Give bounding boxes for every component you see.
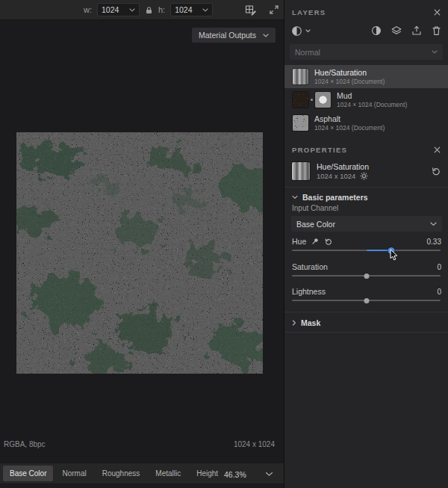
texture-size-status: 1024 x 1024 bbox=[234, 440, 275, 448]
saturation-label: Saturation bbox=[292, 262, 328, 271]
reset-hue-icon[interactable] bbox=[324, 238, 332, 246]
lock-icon[interactable] bbox=[145, 6, 153, 14]
slider-handle[interactable] bbox=[364, 298, 369, 303]
export-icon[interactable] bbox=[411, 25, 422, 36]
material-thumbnail bbox=[293, 92, 308, 108]
input-channel-value: Base Color bbox=[296, 220, 335, 229]
tab-metallic[interactable]: Metallic bbox=[149, 466, 187, 481]
tab-height[interactable]: Height bbox=[190, 466, 225, 481]
mask-circle-icon[interactable] bbox=[371, 25, 382, 36]
viewport-area: w: 1024 h: 1024 bbox=[0, 0, 284, 488]
layers-stack-icon[interactable] bbox=[391, 25, 402, 36]
layer-meta: 1024 × 1024 (Document) bbox=[314, 124, 385, 132]
zoom-value: 46.3% bbox=[224, 470, 246, 479]
properties-layer-summary: Hue/Saturation 1024 x 1024 bbox=[284, 160, 448, 182]
blend-mode-dropdown[interactable]: Normal bbox=[290, 44, 443, 60]
app-window: w: 1024 h: 1024 bbox=[0, 0, 448, 488]
chevron-down-icon bbox=[305, 29, 311, 33]
chevron-down-icon bbox=[432, 50, 438, 54]
tab-base-color[interactable]: Base Color bbox=[3, 466, 53, 481]
mouse-cursor bbox=[390, 249, 398, 261]
gear-icon[interactable] bbox=[360, 172, 368, 180]
fit-view-icon[interactable] bbox=[269, 4, 279, 15]
basic-parameters-section[interactable]: Basic parameters bbox=[284, 191, 448, 204]
chevron-down-icon bbox=[430, 222, 437, 226]
transform-icon[interactable] bbox=[245, 4, 257, 16]
chevron-down-icon bbox=[263, 34, 269, 37]
mask-thumbnail bbox=[315, 92, 331, 108]
hue-label: Hue bbox=[292, 237, 306, 246]
adjustment-thumbnail bbox=[293, 69, 308, 84]
close-icon[interactable] bbox=[434, 146, 441, 153]
layer-row-hue-saturation[interactable]: Hue/Saturation 1024 × 1024 (Document) bbox=[284, 65, 448, 88]
layer-row-asphalt[interactable]: Asphalt 1024 × 1024 (Document) bbox=[284, 111, 448, 135]
mask-section[interactable]: Mask bbox=[284, 316, 448, 330]
layer-meta: 1024 × 1024 (Document) bbox=[314, 78, 385, 85]
tab-normal[interactable]: Normal bbox=[55, 466, 93, 481]
hue-parameter-row: Hue 0.33 bbox=[292, 236, 441, 247]
input-channel-dropdown[interactable]: Base Color bbox=[291, 216, 442, 232]
close-icon[interactable] bbox=[434, 9, 441, 16]
trash-icon[interactable] bbox=[432, 25, 441, 36]
material-outputs-dropdown[interactable]: Material Outputs bbox=[192, 28, 276, 43]
lightness-value[interactable]: 0 bbox=[437, 288, 441, 296]
hue-value[interactable]: 0.33 bbox=[427, 238, 441, 246]
width-value: 1024 bbox=[102, 5, 119, 14]
saturation-slider[interactable] bbox=[292, 271, 441, 280]
divider bbox=[284, 332, 448, 333]
properties-layer-name: Hue/Saturation bbox=[317, 162, 369, 172]
hue-slider[interactable] bbox=[292, 246, 441, 255]
layer-list: Hue/Saturation 1024 × 1024 (Document) bbox=[284, 65, 448, 135]
lightness-label: Lightness bbox=[292, 287, 326, 296]
layers-title: LAYERS bbox=[292, 8, 326, 16]
lightness-slider[interactable] bbox=[292, 296, 441, 305]
zoom-dropdown[interactable]: 46.3% bbox=[222, 465, 276, 484]
saturation-value[interactable]: 0 bbox=[437, 263, 441, 271]
layer-row-mud[interactable]: Mud 1024 × 1024 (Document) bbox=[284, 88, 448, 111]
width-select[interactable]: 1024 bbox=[97, 3, 140, 16]
layer-name: Hue/Saturation bbox=[314, 68, 385, 78]
pin-icon[interactable] bbox=[311, 238, 319, 245]
basic-parameters-label: Basic parameters bbox=[302, 193, 368, 202]
properties-title: PROPERTIES bbox=[292, 146, 347, 154]
link-dot-icon bbox=[311, 99, 313, 101]
chevron-right-icon bbox=[292, 320, 296, 326]
blend-mode-value: Normal bbox=[295, 48, 320, 57]
material-thumbnail bbox=[293, 115, 308, 131]
texture-image bbox=[16, 132, 263, 374]
layers-toolbar bbox=[284, 22, 448, 39]
undo-icon[interactable] bbox=[431, 167, 441, 176]
chevron-down-icon bbox=[265, 472, 273, 477]
texture-preview[interactable] bbox=[16, 132, 263, 374]
saturation-parameter-row: Saturation 0 bbox=[292, 262, 441, 272]
chevron-down-icon bbox=[202, 8, 208, 12]
layer-name: Mud bbox=[337, 91, 407, 101]
lightness-parameter-row: Lightness 0 bbox=[292, 286, 441, 297]
slider-handle[interactable] bbox=[364, 274, 369, 279]
mask-label: Mask bbox=[301, 318, 320, 327]
properties-layer-size: 1024 x 1024 bbox=[317, 172, 355, 180]
chevron-down-icon bbox=[129, 8, 135, 12]
height-select[interactable]: 1024 bbox=[170, 3, 213, 16]
material-outputs-label: Material Outputs bbox=[199, 31, 256, 40]
chevron-down-icon bbox=[292, 195, 298, 200]
input-channel-label: Input Channel bbox=[292, 204, 338, 212]
layer-name: Asphalt bbox=[314, 114, 385, 124]
color-format-status: RGBA, 8bpc bbox=[4, 440, 46, 448]
divider bbox=[284, 187, 448, 188]
height-label: h: bbox=[158, 5, 165, 14]
toolbar: w: 1024 h: 1024 bbox=[0, 0, 284, 20]
height-value: 1024 bbox=[175, 5, 192, 14]
properties-panel-header: PROPERTIES bbox=[284, 142, 448, 157]
channel-bar: Base Color Normal Roughness Metallic Hei… bbox=[0, 463, 284, 484]
tab-roughness[interactable]: Roughness bbox=[96, 466, 147, 481]
add-adjustment-icon bbox=[291, 25, 302, 37]
layers-panel-header: LAYERS bbox=[284, 4, 448, 19]
add-adjustment-button[interactable] bbox=[291, 25, 311, 37]
divider bbox=[284, 312, 448, 312]
adjustment-thumbnail bbox=[292, 162, 310, 180]
right-panel: LAYERS bbox=[284, 0, 448, 488]
layer-meta: 1024 × 1024 (Document) bbox=[337, 101, 407, 108]
width-label: w: bbox=[84, 5, 92, 14]
